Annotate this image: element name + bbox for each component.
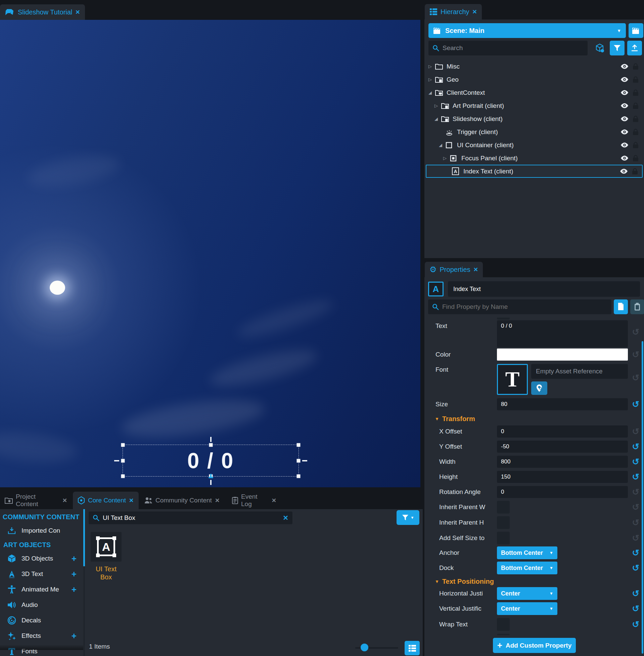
close-icon[interactable]: ✕ — [129, 497, 134, 504]
tree-item-ui-container[interactable]: ◢ UI Container (client) — [424, 138, 644, 152]
tab-slideshow-tutorial[interactable]: Slideshow Tutorial ✕ — [0, 4, 85, 20]
community-content-header[interactable]: COMMUNITY CONTENT — [0, 509, 83, 521]
reset-icon[interactable]: ↺ — [632, 620, 639, 629]
property-search-input[interactable] — [442, 303, 607, 310]
scene-viewport[interactable]: 0 / 0 — [0, 20, 420, 487]
color-swatch[interactable] — [497, 349, 628, 360]
copy-properties-button[interactable] — [614, 300, 628, 314]
visibility-eye-icon[interactable] — [621, 103, 628, 108]
tab-community-content[interactable]: Community Content ✕ — [140, 492, 226, 509]
close-icon[interactable]: ✕ — [63, 497, 67, 504]
caret-collapsed-icon[interactable]: ▷ — [435, 103, 441, 108]
height-input[interactable]: 150 — [497, 471, 628, 483]
sidebar-item-3d-objects[interactable]: 3D Objects + — [0, 553, 83, 564]
reset-icon[interactable]: ↺ — [632, 457, 639, 466]
visibility-eye-icon[interactable] — [621, 156, 628, 161]
anchor-dropdown[interactable]: Bottom Center ▼ — [497, 546, 557, 559]
reset-icon[interactable]: ↺ — [632, 604, 639, 613]
visibility-eye-icon[interactable] — [621, 90, 628, 95]
sidebar-item-decals[interactable]: Decals — [0, 615, 83, 626]
reset-icon[interactable]: ↺ — [632, 427, 639, 436]
lock-icon[interactable] — [632, 129, 639, 135]
close-icon[interactable]: ✕ — [75, 9, 80, 16]
scene-selector-dropdown[interactable]: Scene: Main ▼ — [429, 23, 626, 38]
resize-handle[interactable] — [297, 443, 300, 447]
add-self-size-checkbox[interactable] — [497, 532, 510, 544]
close-icon[interactable]: ✕ — [272, 497, 276, 504]
text-value-input[interactable]: 0 / 0 — [497, 320, 628, 347]
object-name-field[interactable]: Index Text — [448, 281, 640, 297]
visibility-eye-icon[interactable] — [621, 77, 628, 82]
scene-manager-button[interactable] — [628, 23, 643, 38]
y-offset-input[interactable]: -50 — [497, 441, 628, 453]
content-filter-button[interactable]: ▼ — [396, 510, 419, 525]
horizontal-justification-dropdown[interactable]: Center ▼ — [497, 587, 557, 600]
visibility-eye-icon[interactable] — [621, 129, 628, 134]
reset-icon[interactable]: ↺ — [632, 589, 639, 598]
tree-item-trigger[interactable]: Trigger (client) — [424, 125, 644, 138]
hierarchy-search-input[interactable] — [442, 44, 583, 52]
caret-expanded-icon[interactable]: ◢ — [429, 90, 435, 95]
reset-icon[interactable]: ↺ — [632, 473, 639, 481]
view-mode-grid-button[interactable] — [405, 641, 420, 655]
asset-ui-text-box[interactable]: A UI Text Box — [91, 532, 121, 581]
tab-event-log[interactable]: Event Log ✕ — [227, 492, 281, 509]
hierarchy-filter-button[interactable] — [610, 41, 624, 56]
reset-icon[interactable]: ↺ — [632, 518, 639, 527]
lock-icon[interactable] — [632, 142, 639, 149]
resize-handle[interactable] — [297, 459, 300, 462]
tab-core-content[interactable]: Core Content ✕ — [73, 492, 139, 509]
tab-hierarchy[interactable]: Hierarchy ✕ — [425, 4, 482, 20]
sidebar-item-effects[interactable]: Effects + — [0, 630, 83, 641]
lock-icon[interactable] — [632, 103, 639, 109]
tree-item-slideshow[interactable]: ◢ Slideshow (client) — [424, 112, 644, 125]
caret-collapsed-icon[interactable]: ▷ — [429, 64, 435, 69]
plus-icon[interactable]: + — [71, 569, 76, 580]
resize-handle[interactable] — [297, 475, 300, 478]
wrap-text-checkbox[interactable] — [497, 618, 510, 631]
reset-icon[interactable]: ↺ — [632, 548, 639, 557]
content-search-field[interactable]: ✕ — [89, 511, 293, 524]
property-search-field[interactable] — [428, 300, 612, 314]
rotation-angle-input[interactable]: 0 — [497, 486, 628, 498]
font-preview-box[interactable]: T — [497, 364, 528, 395]
close-icon[interactable]: ✕ — [474, 266, 478, 273]
sidebar-item-audio[interactable]: Audio — [0, 599, 83, 611]
reset-icon[interactable]: ↺ — [632, 442, 639, 451]
inherit-parent-height-checkbox[interactable] — [497, 516, 510, 529]
sidebar-item-3d-text[interactable]: 3D Text + — [0, 568, 83, 580]
font-asset-reference-field[interactable]: Empty Asset Reference — [531, 364, 628, 379]
hierarchy-search-field[interactable] — [429, 41, 588, 56]
lock-icon[interactable] — [632, 116, 639, 122]
dock-dropdown[interactable]: Bottom Center ▼ — [497, 562, 557, 574]
tab-project-content[interactable]: Project Content ✕ — [0, 492, 72, 509]
plus-icon[interactable]: + — [71, 553, 76, 564]
sidebar-item-animated-meshes[interactable]: Animated Me + — [0, 584, 83, 595]
plus-icon[interactable]: + — [71, 585, 76, 595]
vertical-justification-dropdown[interactable]: Center ▼ — [497, 602, 557, 615]
width-input[interactable]: 800 — [497, 456, 628, 468]
tree-item-geo[interactable]: ▷ Geo — [424, 73, 644, 86]
reset-icon[interactable]: ↺ — [632, 534, 639, 542]
resize-handle[interactable] — [121, 475, 125, 478]
template-cube-icon[interactable] — [592, 41, 607, 56]
clear-search-icon[interactable]: ✕ — [283, 514, 289, 522]
reset-icon[interactable]: ↺ — [632, 488, 639, 496]
tree-item-misc[interactable]: ▷ Misc — [424, 60, 644, 73]
asset-locate-pin-icon[interactable] — [531, 381, 547, 395]
content-search-input[interactable] — [103, 514, 279, 522]
reset-icon[interactable]: ↺ — [632, 350, 639, 359]
size-input[interactable]: 80 — [497, 398, 628, 410]
visibility-eye-icon[interactable] — [620, 169, 627, 174]
tree-item-art-portrait[interactable]: ▷ Art Portrait (client) — [424, 99, 644, 112]
selection-bounds[interactable]: 0 / 0 — [122, 445, 299, 477]
sidebar-scrollbar-thumb[interactable] — [83, 509, 85, 566]
tree-item-focus-panel[interactable]: ▷ Focus Panel (client) — [424, 152, 644, 165]
visibility-eye-icon[interactable] — [621, 64, 628, 69]
visibility-eye-icon[interactable] — [621, 116, 628, 121]
section-text-positioning[interactable]: ▼ Text Positioning — [424, 578, 644, 586]
plus-icon[interactable]: + — [71, 631, 76, 641]
lock-icon[interactable] — [632, 76, 639, 83]
visibility-eye-icon[interactable] — [621, 143, 628, 148]
section-transform[interactable]: ▼ Transform — [424, 415, 644, 423]
